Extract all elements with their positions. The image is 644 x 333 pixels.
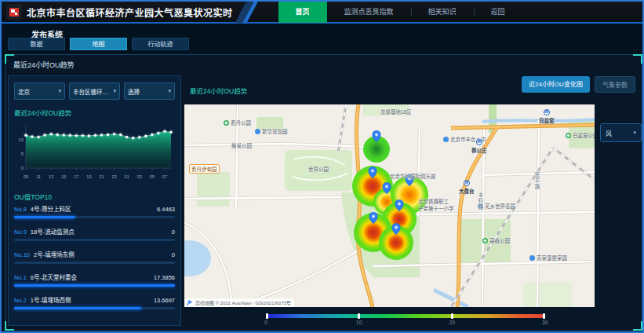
nav-item-3[interactable]: 相关知识 xyxy=(411,1,474,23)
value-bar-track xyxy=(14,262,175,264)
site-name: 1号-填埋场西侧 xyxy=(31,295,154,304)
map-button-group: 近24小时OU变化图气象参数 xyxy=(522,76,635,93)
wind-param-select[interactable]: 风 ▾ xyxy=(600,123,642,142)
top-list-row: No.21号-填埋场西侧13.6697 xyxy=(14,295,175,304)
ou-value: 6.4463 xyxy=(157,206,175,213)
map-pin-icon[interactable] xyxy=(395,199,404,214)
site-name: 6号-北天堂村委会 xyxy=(31,273,154,281)
park-icon: ♣ xyxy=(482,238,488,243)
legend-tick-label: 10 xyxy=(356,320,362,325)
city-select[interactable]: 北京 ▾ xyxy=(14,82,65,100)
map-label: 北京华科国际俱乐部 xyxy=(390,172,436,180)
nav-item-4[interactable]: 返回 xyxy=(474,1,522,23)
tab-1[interactable]: 数据 xyxy=(8,38,65,50)
top-list-row: No.918号-流动监测点0 xyxy=(14,227,175,236)
map-button-1[interactable]: 近24小时OU变化图 xyxy=(522,76,590,93)
chevron-down-icon: ▾ xyxy=(58,88,61,94)
legend-marker xyxy=(358,313,360,319)
map-pin-icon[interactable] xyxy=(369,212,378,227)
svg-text:23: 23 xyxy=(111,174,116,179)
app-title: 北京市丰台区循环经济产业园大气恶臭状况实时 xyxy=(27,5,233,19)
tab-2[interactable]: 地图 xyxy=(70,38,127,50)
svg-text:17: 17 xyxy=(74,174,78,179)
site-name: 4号-筛分上料区 xyxy=(31,204,157,213)
legend-tick-labels: 0102030 xyxy=(266,320,545,328)
top-list-title: OU值TOP10 xyxy=(14,192,175,201)
map-pin-icon[interactable] xyxy=(369,166,377,181)
svg-text:0: 0 xyxy=(21,166,24,170)
top-list-item: No.16号-北天堂村委会17.3856 xyxy=(14,273,175,287)
legend-gradient-bar xyxy=(266,314,545,318)
value-bar-fill xyxy=(14,284,175,287)
nav-item-2[interactable]: 监测点恶臭指数 xyxy=(327,1,411,23)
title-slant-divider xyxy=(241,1,261,23)
autonavi-logo-icon xyxy=(186,299,193,306)
ou-value: 17.3856 xyxy=(154,274,175,281)
svg-text:03: 03 xyxy=(137,174,142,179)
main-nav: 首页监测点恶臭指数相关知识返回 xyxy=(278,2,522,22)
svg-text:5: 5 xyxy=(21,152,24,156)
map-label: 贺羊路 xyxy=(533,172,540,190)
top-list-row: No.102号-填埋场东侧0 xyxy=(14,250,175,258)
chevron-down-icon: ▾ xyxy=(633,130,636,136)
site-select[interactable]: 丰台区循环经济产 ▾ xyxy=(69,82,120,100)
nav-item-1[interactable]: 首页 xyxy=(278,1,327,23)
rank-label: No.10 xyxy=(14,251,30,258)
value-bar-fill xyxy=(14,307,141,309)
sidebar-panel: 北京 ▾ 丰台区循环经济产 ▾ 选择 ▾ 最近24小时OU趋势 05100911… xyxy=(8,75,181,326)
site-name: 2号-填埋场东侧 xyxy=(34,250,172,258)
panel-title: 最近24小时OU趋势 xyxy=(13,60,75,70)
corner-accent xyxy=(633,321,642,331)
map-label-text: 榆景公园 xyxy=(231,141,252,149)
dashboard-page: 北京市丰台区循环经济产业园大气恶臭状况实时 首页监测点恶臭指数相关知识返回 发布… xyxy=(0,0,644,333)
map-pin-icon[interactable] xyxy=(383,182,391,197)
metro-station: M白盆窑 xyxy=(539,109,555,124)
chevron-down-icon: ▾ xyxy=(168,88,171,94)
map-label-text: 看丹公园 xyxy=(231,119,251,126)
svg-text:19: 19 xyxy=(86,174,91,179)
rank-label: No.1 xyxy=(14,274,27,281)
map-label-text: 世界公园 xyxy=(308,165,329,173)
map-section-title: 最近24小时OU趋势 xyxy=(190,86,247,95)
metro-station: M大葆台 xyxy=(459,180,475,195)
point-select-value: 选择 xyxy=(128,87,166,96)
map-label: 榆景公园 xyxy=(231,141,252,149)
value-bar-track xyxy=(14,284,175,287)
view-tabs: 数据地图行动轨迹 xyxy=(8,38,189,50)
legend-tick-label: 30 xyxy=(542,320,548,325)
map-label-text: 总部基地18区 xyxy=(380,108,412,115)
map-label: 总部基地18区 xyxy=(380,108,412,115)
map-pin-icon[interactable] xyxy=(373,130,381,145)
metro-icon: M xyxy=(476,139,482,145)
map-attribution-text: 高德地图 © 2021 AutoNavi - GS(2021)6375号 xyxy=(195,299,291,306)
map-canvas[interactable]: 总部基地18区♣看丹公园新华双加园榆景公园北京市丰台八中世界公园看丹伊甸园北京华… xyxy=(184,104,595,307)
rank-label: No.2 xyxy=(14,297,27,304)
metro-label: 大葆台 xyxy=(459,187,475,195)
map-label: ♣白盆窑公园 xyxy=(566,131,595,139)
map-label: 看丹伊甸园 xyxy=(189,164,220,174)
metro-icon: M xyxy=(464,180,470,186)
point-select[interactable]: 选择 ▾ xyxy=(124,82,175,100)
top-list-row: No.16号-北天堂村委会17.3856 xyxy=(14,273,175,281)
top-list-row: No.84号-筛分上料区6.4463 xyxy=(14,204,175,213)
tab-3[interactable]: 行动轨迹 xyxy=(132,38,189,50)
map-button-2[interactable]: 气象参数 xyxy=(595,76,635,93)
map-label-text: 贺羊路 xyxy=(533,172,540,190)
city-select-value: 北京 xyxy=(18,87,56,96)
svg-text:11: 11 xyxy=(36,174,41,179)
rank-label: No.9 xyxy=(14,229,27,236)
map-label: 丰科路 xyxy=(476,192,484,210)
map-label: 子弟第十一小学 xyxy=(418,204,454,212)
ou-top-list: No.84号-筛分上料区6.4463No.918号-流动监测点0No.102号-… xyxy=(14,204,175,309)
ou-color-legend: 0102030 xyxy=(266,314,545,328)
svg-text:15: 15 xyxy=(61,174,66,179)
map-label-text: 看丹伊甸园 xyxy=(191,165,217,173)
map-pin-icon[interactable] xyxy=(392,223,401,238)
svg-text:07: 07 xyxy=(162,174,167,179)
poi-icon xyxy=(529,255,535,261)
map-label-text: 高鑫公园 xyxy=(489,236,510,244)
map-label: 新华双加园 xyxy=(255,127,288,135)
ou-value: 13.6697 xyxy=(154,297,175,304)
legend-tick-label: 0 xyxy=(264,320,267,325)
svg-text:13: 13 xyxy=(49,174,53,179)
